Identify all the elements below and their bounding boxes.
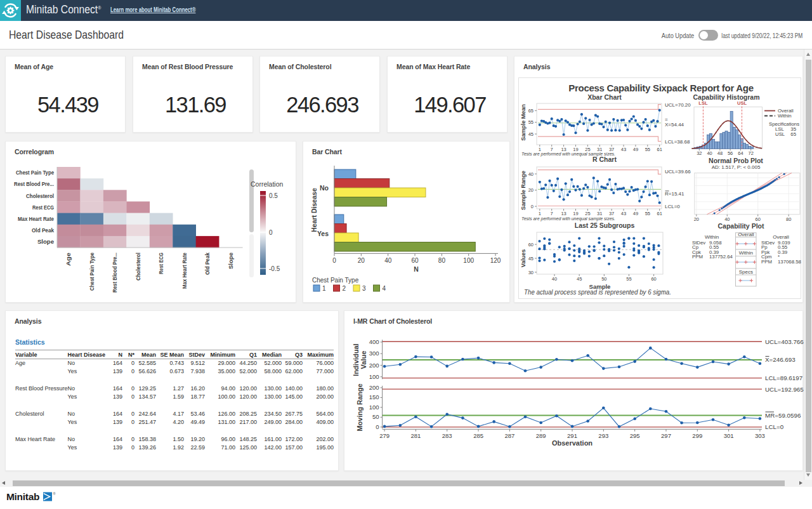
svg-text:65: 65 xyxy=(528,108,534,114)
svg-text:100: 100 xyxy=(369,404,379,411)
svg-text:Moving Range: Moving Range xyxy=(356,383,363,431)
svg-text:64: 64 xyxy=(738,150,743,156)
svg-text:60: 60 xyxy=(411,257,419,264)
svg-text:Age: Age xyxy=(65,253,72,266)
svg-text:Rest Blood Pre...: Rest Blood Pre... xyxy=(112,253,118,293)
svg-text:Yes: Yes xyxy=(317,230,329,237)
svg-text:285: 285 xyxy=(473,432,483,439)
svg-text:LCL=0: LCL=0 xyxy=(765,423,784,430)
svg-text:80: 80 xyxy=(786,216,791,222)
svg-text:Old Peak: Old Peak xyxy=(204,252,211,275)
svg-text:50: 50 xyxy=(601,276,606,282)
svg-text:LCL=89.6197: LCL=89.6197 xyxy=(765,374,802,381)
svg-text:137068.58: 137068.58 xyxy=(778,259,801,265)
svg-text:X=54.44: X=54.44 xyxy=(665,122,684,128)
svg-text:1: 1 xyxy=(322,285,326,292)
svg-text:45: 45 xyxy=(577,276,582,282)
svg-text:UCL=192.965: UCL=192.965 xyxy=(765,386,804,393)
svg-text:LCL=0: LCL=0 xyxy=(665,204,680,209)
svg-text:Overall: Overall xyxy=(738,232,754,237)
svg-text:MR=59.0596: MR=59.0596 xyxy=(765,412,801,419)
svg-text:297: 297 xyxy=(661,432,671,439)
svg-text:Correlation: Correlation xyxy=(251,180,284,188)
svg-text:279: 279 xyxy=(379,432,390,439)
svg-text:®: ® xyxy=(53,492,56,496)
svg-text:0: 0 xyxy=(531,204,534,209)
svg-text:Sample Range: Sample Range xyxy=(520,171,527,210)
svg-text:LCL=38.68: LCL=38.68 xyxy=(665,139,690,145)
svg-text:Process Capability Sixpack Rep: Process Capability Sixpack Report for Ag… xyxy=(568,83,753,93)
svg-text:40: 40 xyxy=(552,276,557,282)
svg-text:Sample Mean: Sample Mean xyxy=(520,104,527,141)
svg-text:55: 55 xyxy=(528,119,534,125)
svg-text:287: 287 xyxy=(504,432,514,439)
svg-text:Rest Blood Pre...: Rest Blood Pre... xyxy=(14,181,54,187)
svg-text:Max Heart Rate: Max Heart Rate xyxy=(181,253,188,289)
svg-text:65: 65 xyxy=(790,131,796,137)
svg-text:USL: USL xyxy=(775,131,785,137)
svg-text:Xbar Chart: Xbar Chart xyxy=(587,93,622,101)
svg-text:Slope: Slope xyxy=(37,239,54,245)
svg-text:LSL: LSL xyxy=(698,100,708,106)
svg-text:USL: USL xyxy=(737,100,747,106)
svg-text:Rest ECG: Rest ECG xyxy=(32,204,54,211)
svg-text:400: 400 xyxy=(369,338,379,345)
svg-text:289: 289 xyxy=(536,432,546,439)
svg-text:80: 80 xyxy=(438,257,446,264)
svg-text:R Chart: R Chart xyxy=(593,155,617,163)
svg-text:Cholesterol: Cholesterol xyxy=(135,253,141,281)
svg-text:Slope: Slope xyxy=(228,253,234,269)
svg-text:100: 100 xyxy=(463,257,474,264)
svg-text:Chest Pain Type: Chest Pain Type xyxy=(89,253,95,291)
svg-text:50: 50 xyxy=(372,413,379,420)
svg-text:Tests are performed with unequ: Tests are performed with unequal sample … xyxy=(521,216,615,221)
svg-text:20: 20 xyxy=(358,257,365,264)
svg-text:Last 25 Subgroups: Last 25 Subgroups xyxy=(575,221,635,229)
svg-text:20: 20 xyxy=(528,187,534,193)
svg-text:291: 291 xyxy=(567,432,577,439)
svg-text:AD: 1.517, P: < 0.005: AD: 1.517, P: < 0.005 xyxy=(712,164,761,170)
svg-text:0.5: 0.5 xyxy=(269,192,278,199)
svg-text:PPM: PPM xyxy=(692,254,703,260)
svg-text:299: 299 xyxy=(692,432,702,439)
svg-text:-0.5: -0.5 xyxy=(269,265,280,272)
svg-text:281: 281 xyxy=(410,432,421,439)
svg-text:295: 295 xyxy=(630,432,640,439)
svg-text:55: 55 xyxy=(645,147,650,152)
svg-text:Observation: Observation xyxy=(552,439,593,447)
svg-text:Within: Within xyxy=(739,250,753,256)
svg-text:60: 60 xyxy=(528,242,534,248)
svg-text:0: 0 xyxy=(376,423,379,430)
svg-text:303: 303 xyxy=(755,432,765,439)
svg-text:PPM: PPM xyxy=(761,259,772,265)
svg-text:43: 43 xyxy=(621,211,626,216)
svg-text:R=15.41: R=15.41 xyxy=(665,191,684,197)
svg-text:120: 120 xyxy=(490,257,501,264)
svg-text:283: 283 xyxy=(442,432,452,439)
svg-text:72: 72 xyxy=(749,150,754,156)
svg-text:2: 2 xyxy=(343,285,346,292)
svg-text:56: 56 xyxy=(728,150,733,156)
svg-text:Within: Within xyxy=(778,113,792,119)
svg-text:48: 48 xyxy=(717,150,723,156)
svg-text:60: 60 xyxy=(651,276,656,282)
svg-text:40: 40 xyxy=(528,171,534,177)
svg-text:61: 61 xyxy=(657,211,662,216)
svg-text:N: N xyxy=(414,265,419,273)
svg-text:45: 45 xyxy=(528,256,534,261)
svg-text:43: 43 xyxy=(621,147,626,152)
svg-text:55: 55 xyxy=(645,211,650,216)
svg-text:40: 40 xyxy=(707,150,712,156)
svg-text:The actual process spread is r: The actual process spread is represented… xyxy=(524,289,671,296)
svg-text:0: 0 xyxy=(332,257,336,264)
svg-text:3: 3 xyxy=(362,285,366,292)
svg-text:137752.64: 137752.64 xyxy=(709,254,733,260)
svg-text:Individual: Individual xyxy=(352,343,360,376)
svg-text:40: 40 xyxy=(384,257,392,264)
svg-text:Specs: Specs xyxy=(739,269,753,275)
svg-text:293: 293 xyxy=(598,432,608,439)
svg-text:20: 20 xyxy=(694,216,699,222)
svg-text:301: 301 xyxy=(724,432,734,439)
svg-text:UCL=70.20: UCL=70.20 xyxy=(665,102,691,108)
svg-text:UCL=403.766: UCL=403.766 xyxy=(765,338,804,345)
